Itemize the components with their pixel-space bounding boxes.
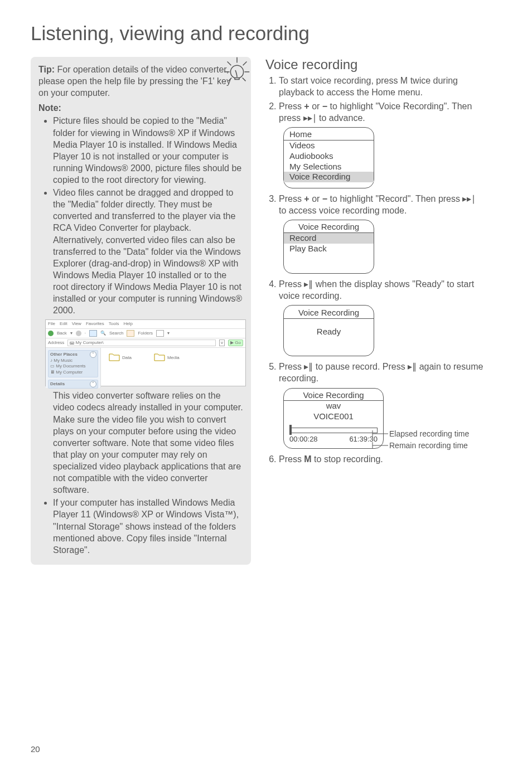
views-icon[interactable] — [156, 330, 164, 337]
device-screen-vr-menu: Voice Recording Record Play Back — [283, 220, 374, 273]
link-my-music[interactable]: ♪ My Music — [50, 358, 96, 364]
device-item-audiobooks: Audiobooks — [284, 151, 374, 162]
menu-file[interactable]: File — [48, 321, 55, 327]
document-icon: ▭ — [50, 363, 55, 369]
device-item-playback: Play Back — [284, 244, 374, 254]
explorer-left-pane: Other Places ˄ ♪ My Music ▭ My Documents… — [46, 348, 101, 388]
device-item-record: Record — [284, 233, 374, 244]
svg-line-3 — [243, 62, 247, 66]
note-list: Picture files should be copied to the "M… — [38, 115, 243, 316]
chevron-up-icon[interactable]: ˄ — [90, 351, 96, 358]
device-title: Home — [284, 129, 374, 140]
plus-icon: + — [304, 193, 309, 205]
note-item: Video files cannot be dragged and droppe… — [53, 187, 243, 316]
menu-view[interactable]: View — [72, 321, 81, 327]
elapsed-time: 00:00:28 — [289, 435, 318, 444]
drive-icon: 🖴 — [70, 340, 75, 345]
voice-recording-heading: Voice recording — [265, 57, 486, 72]
chevron-down-icon[interactable]: ˅ — [90, 381, 96, 387]
folder-icon — [154, 352, 165, 363]
folder-media[interactable]: Media — [154, 352, 180, 384]
device-item-my-selections: My Selections — [284, 162, 374, 172]
step-5: Press ▸∥ to pause record. Press ▸∥ again… — [279, 361, 486, 384]
tip-text: For operation details of the video conve… — [38, 65, 231, 98]
explorer-screenshot: File Edit View Favorites Tools Help Back… — [45, 319, 246, 386]
steps-list: Press + or − to highlight "Record". Then… — [265, 193, 486, 216]
device-item-videos: Videos — [284, 140, 374, 151]
address-field[interactable]: 🖴 My Computer\ — [67, 340, 216, 347]
steps-list: Press ▸∥ when the display shows "Ready" … — [265, 278, 486, 302]
timeline-playhead-icon — [289, 425, 292, 435]
note-after-screenshot: This video converter software relies on … — [53, 390, 243, 496]
page-number: 20 — [31, 744, 40, 754]
note-item: Picture files should be copied to the "M… — [53, 115, 243, 186]
note-item: If your computer has installed Windows M… — [53, 497, 243, 556]
menu-tools[interactable]: Tools — [109, 321, 119, 327]
up-icon[interactable] — [89, 330, 97, 337]
search-icon[interactable]: 🔍 — [100, 331, 106, 337]
step-2: Press + or − to highlight "Voice Recordi… — [279, 100, 486, 124]
plus-icon: + — [304, 100, 309, 112]
steps-list: To start voice recording, press M twice … — [265, 75, 486, 124]
back-icon[interactable] — [48, 331, 54, 336]
step-4: Press ▸∥ when the display shows "Ready" … — [279, 278, 486, 302]
folder-data[interactable]: Data — [109, 352, 132, 384]
music-icon: ♪ — [50, 358, 52, 363]
back-button[interactable]: Back — [57, 331, 67, 337]
m-button-label: M — [304, 454, 311, 464]
explorer-addressbar: Address 🖴 My Computer\ v ▶ Go — [46, 338, 245, 348]
device-title: Voice Recording — [284, 222, 374, 232]
other-places-group[interactable]: Other Places ˄ ♪ My Music ▭ My Documents… — [48, 350, 98, 377]
minus-icon: − — [322, 193, 327, 205]
remaining-time: 61:39:30 — [349, 435, 378, 444]
device-status-ready: Ready — [284, 319, 374, 337]
menu-help[interactable]: Help — [123, 321, 132, 327]
play-pause-icon: ▸∥ — [304, 361, 313, 372]
go-button[interactable]: ▶ Go — [228, 340, 243, 347]
address-label: Address — [48, 340, 64, 346]
link-my-documents[interactable]: ▭ My Documents — [50, 363, 96, 370]
details-group[interactable]: Details ˅ — [48, 380, 98, 389]
menu-favorites[interactable]: Favorites — [86, 321, 104, 327]
device-screen-home: Home Videos Audiobooks My Selections Voi… — [283, 127, 374, 188]
device-file-name: VOICE001 — [284, 411, 383, 422]
address-dropdown-icon[interactable]: v — [219, 340, 225, 347]
minus-icon: − — [322, 100, 327, 112]
annotation-remain: Remain recording time — [389, 441, 468, 450]
link-my-computer[interactable]: 🖥 My Computer — [50, 370, 96, 376]
lightbulb-icon — [221, 54, 253, 86]
device-screen-ready: Voice Recording Ready — [283, 305, 374, 357]
annotation-elapsed: Elapsed recording time — [389, 429, 469, 438]
explorer-toolbar: Back ▾ · 🔍 Search Folders ▾ — [46, 329, 245, 338]
play-pause-icon: ▸∥ — [408, 361, 417, 372]
page-title: Listening, viewing and recording — [31, 22, 501, 45]
play-pause-icon: ▸∥ — [304, 278, 313, 290]
note-list-2: If your computer has installed Windows M… — [38, 497, 243, 556]
device-file-ext: wav — [284, 401, 383, 411]
device-title: Voice Recording — [284, 390, 383, 401]
steps-list: Press M to stop recording. — [265, 453, 486, 465]
tip-label: Tip: — [38, 65, 55, 74]
forward-icon[interactable] — [76, 331, 81, 336]
device-timeline — [289, 428, 378, 433]
device-screen-recording: Voice Recording wav VOICE001 00:00:28 61… — [283, 388, 384, 449]
step-3: Press + or − to highlight "Record". Then… — [279, 193, 486, 216]
folders-button[interactable]: Folders — [138, 331, 153, 337]
device-item-voice-recording: Voice Recording — [284, 172, 374, 182]
folder-icon — [109, 352, 120, 363]
tip-box: Tip: For operation details of the video … — [31, 57, 251, 565]
folders-icon[interactable] — [127, 330, 134, 337]
menu-edit[interactable]: Edit — [60, 321, 67, 327]
next-track-icon: ▸▸∣ — [303, 112, 317, 124]
svg-line-7 — [243, 78, 246, 81]
note-label: Note: — [38, 102, 243, 114]
next-track-icon: ▸▸∣ — [462, 193, 476, 205]
computer-icon: 🖥 — [50, 370, 55, 375]
svg-line-2 — [228, 62, 231, 66]
svg-line-6 — [229, 78, 232, 81]
explorer-menubar: File Edit View Favorites Tools Help — [46, 320, 245, 329]
search-button[interactable]: Search — [109, 331, 123, 337]
step-1: To start voice recording, press M twice … — [279, 75, 486, 98]
device-title: Voice Recording — [284, 308, 374, 319]
step-6: Press M to stop recording. — [279, 453, 486, 465]
